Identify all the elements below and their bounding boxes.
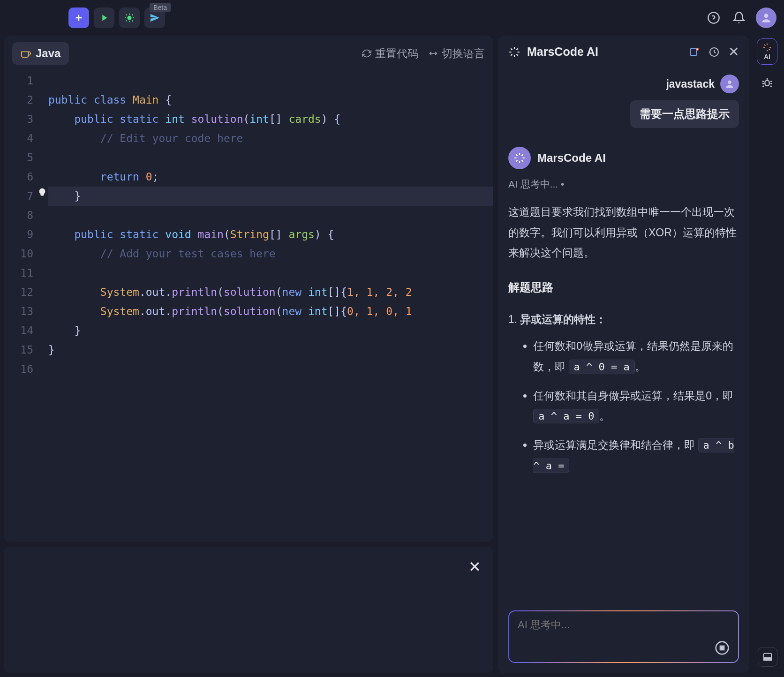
ai-section-heading: 解题思路 (508, 277, 739, 298)
ai-thinking-status: AI 思考中... • (508, 178, 739, 191)
rail-ai-label: AI (764, 53, 770, 60)
svg-rect-3 (690, 49, 697, 55)
code-actions: 重置代码 切换语言 (362, 46, 485, 61)
ai-paragraph: 这道题目要求我们找到数组中唯一一个出现一次的数字。我们可以利用异或（XOR）运算… (508, 202, 739, 263)
switch-label: 切换语言 (442, 46, 485, 61)
user-row: javastack (508, 75, 739, 93)
rail-bug-button[interactable] (761, 76, 774, 91)
bug-icon (124, 13, 135, 23)
sparkle-icon (513, 152, 526, 164)
top-right-actions (705, 8, 776, 28)
help-button[interactable] (705, 9, 722, 26)
new-chat-icon[interactable] (689, 46, 700, 58)
bullet-item: 任何数和其自身做异或运算，结果是0，即 a ^ a = 0。 (533, 386, 739, 427)
run-button[interactable] (94, 8, 114, 28)
ai-input-field[interactable] (518, 619, 709, 631)
switch-language-button[interactable]: 切换语言 (429, 46, 485, 61)
ai-header: MarsCode AI ✕ (498, 36, 749, 68)
debug-button[interactable] (119, 8, 140, 28)
bug-icon (761, 76, 774, 89)
ai-input-box[interactable] (508, 610, 739, 663)
send-icon (150, 13, 160, 23)
user-message: 需要一点思路提示 (508, 100, 739, 128)
add-button[interactable] (68, 8, 89, 28)
ai-input-wrap (498, 603, 749, 673)
beta-badge: Beta (150, 3, 171, 12)
ai-header-icons: ✕ (689, 44, 739, 60)
main-area: Java 重置代码 切换语言 1 2 3 (0, 36, 784, 677)
ai-panel: MarsCode AI ✕ javastack 需要一点思路提示 (498, 36, 749, 673)
person-icon (760, 12, 772, 24)
ai-content: 这道题目要求我们找到数组中唯一一个出现一次的数字。我们可以利用异或（XOR）运算… (508, 202, 739, 484)
ai-title: MarsCode AI (508, 45, 598, 59)
svg-point-6 (728, 81, 731, 84)
bullet-item: 任何数和0做异或运算，结果仍然是原来的数，即 a ^ 0 = a。 (533, 336, 739, 377)
right-rail: AI (754, 36, 780, 673)
user-name: javastack (666, 78, 715, 90)
refresh-icon (362, 49, 371, 58)
notifications-button[interactable] (731, 9, 747, 26)
svg-rect-9 (765, 80, 769, 86)
list-item-title: 异或运算的特性： (520, 313, 606, 325)
coffee-icon (21, 48, 31, 59)
user-bubble: 需要一点思路提示 (630, 100, 739, 128)
panel-icon (762, 652, 773, 662)
plus-icon (74, 13, 84, 23)
editor-panel: Java 重置代码 切换语言 1 2 3 (4, 36, 493, 673)
language-chip[interactable]: Java (12, 42, 69, 65)
svg-point-2 (764, 14, 769, 18)
ai-body[interactable]: javastack 需要一点思路提示 MarsCode AI AI 思考中...… (498, 68, 749, 603)
bottom-panel-button[interactable] (758, 647, 777, 667)
svg-point-0 (127, 15, 131, 20)
ai-name: MarsCode AI (537, 151, 606, 165)
swap-icon (429, 49, 438, 58)
ai-stop-button[interactable] (715, 640, 730, 655)
ai-title-label: MarsCode AI (527, 45, 598, 59)
line-gutter: 1 2 3 4 5 6 7 8 9 10 11 12 13 14 15 16 (4, 71, 48, 542)
user-avatar-small (720, 75, 739, 93)
play-icon (99, 13, 109, 23)
bullet-item: 异或运算满足交换律和结合律，即 a ^ b ^ a = (533, 435, 739, 476)
code-lines[interactable]: public class Main { public static int so… (48, 71, 493, 542)
console-close-button[interactable]: ✕ (468, 558, 481, 576)
code-header: Java 重置代码 切换语言 (4, 36, 493, 71)
close-icon[interactable]: ✕ (728, 44, 739, 60)
history-icon[interactable] (709, 46, 720, 58)
code-body[interactable]: 1 2 3 4 5 6 7 8 9 10 11 12 13 14 15 16 (4, 71, 493, 542)
help-icon (707, 11, 720, 24)
ai-avatar (508, 147, 531, 169)
rail-ai-button[interactable]: AI (757, 38, 777, 65)
sparkle-icon (508, 46, 520, 58)
svg-rect-8 (720, 646, 724, 650)
top-left-actions: Beta (68, 8, 165, 28)
svg-rect-11 (764, 658, 772, 661)
person-icon (724, 79, 735, 89)
reset-label: 重置代码 (375, 46, 418, 61)
stop-icon (715, 640, 730, 655)
code-panel: Java 重置代码 切换语言 1 2 3 (4, 36, 493, 542)
ai-message-header: MarsCode AI (508, 147, 739, 169)
reset-code-button[interactable]: 重置代码 (362, 46, 418, 61)
bell-icon (732, 11, 746, 24)
lightbulb-icon[interactable] (37, 188, 47, 198)
submit-button[interactable]: Beta (144, 8, 165, 28)
console-panel: ✕ (4, 547, 493, 673)
language-label: Java (36, 47, 60, 60)
sparkle-icon (762, 43, 772, 52)
user-avatar[interactable] (756, 8, 776, 28)
top-bar: Beta (0, 0, 784, 36)
